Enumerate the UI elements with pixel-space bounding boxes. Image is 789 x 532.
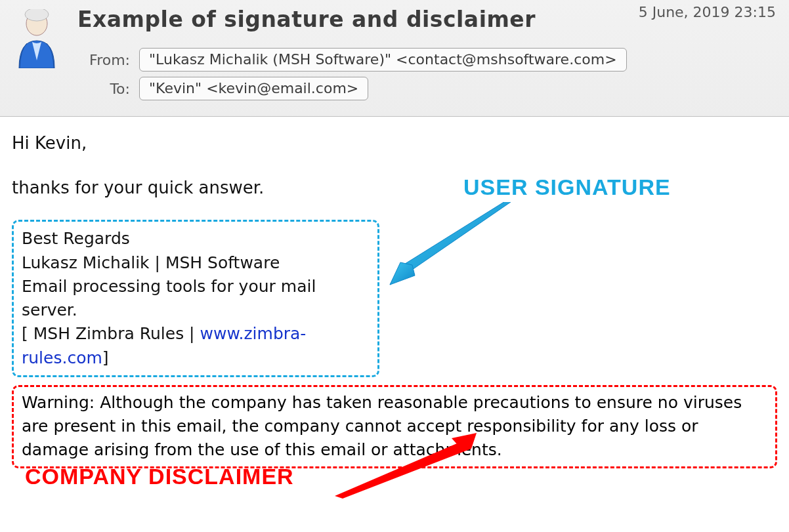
svg-point-1 [25, 9, 49, 21]
signature-product-prefix: [ MSH Zimbra Rules | [22, 324, 200, 343]
to-address-pill[interactable]: "Kevin" <kevin@email.com> [139, 77, 368, 100]
signature-line-regards: Best Regards [22, 227, 370, 251]
signature-line-name: Lukasz Michalik | MSH Software [22, 251, 370, 275]
to-label: To: [77, 81, 139, 97]
from-row: From: "Lukasz Michalik (MSH Software)" <… [77, 48, 777, 72]
to-row: To: "Kevin" <kevin@email.com> [77, 77, 777, 100]
from-label: From: [77, 52, 139, 68]
annotation-disclaimer-label: COMPANY DISCLAIMER [25, 464, 294, 489]
from-address-pill[interactable]: "Lukasz Michalik (MSH Software)" <contac… [139, 48, 627, 72]
user-signature-box: Best Regards Lukasz Michalik | MSH Softw… [12, 220, 379, 377]
signature-line-product: [ MSH Zimbra Rules | www.zimbra-rules.co… [22, 322, 370, 370]
person-avatar-icon [14, 9, 60, 68]
signature-product-suffix: ] [102, 348, 109, 367]
arrow-icon [386, 202, 517, 287]
avatar [12, 7, 62, 106]
annotation-signature-label: USER SIGNATURE [463, 174, 671, 200]
email-date: 5 June, 2019 23:15 [639, 4, 776, 20]
signature-line-tagline: Email processing tools for your mail ser… [22, 275, 370, 323]
email-header: 5 June, 2019 23:15 Example of signature … [0, 0, 789, 117]
arrow-icon [335, 433, 479, 499]
greeting-line: Hi Kevin, [12, 131, 777, 156]
